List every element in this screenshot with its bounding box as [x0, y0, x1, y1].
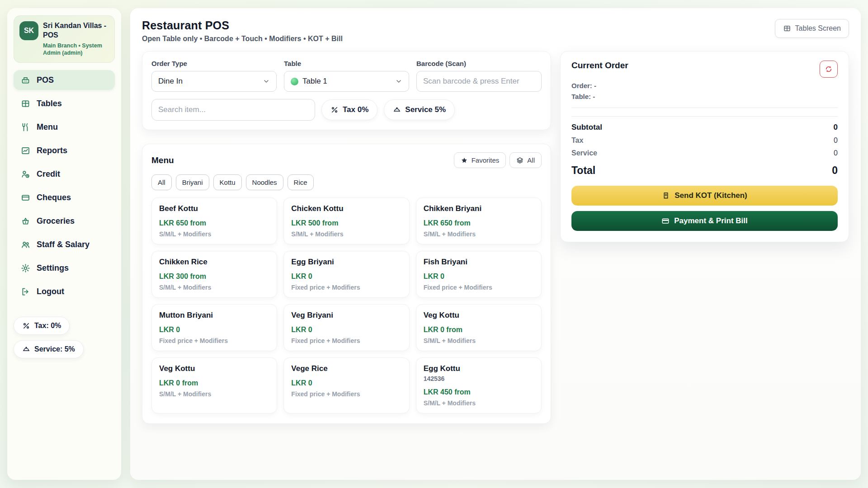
sidebar-item-label: Reports [37, 146, 67, 155]
table-field: Table Table 1 [284, 60, 409, 92]
sidebar-item-cheques[interactable]: Cheques [14, 188, 115, 207]
tax-value: 0 [834, 136, 838, 145]
subtotal-row: Subtotal 0 [571, 123, 838, 132]
item-pricing-mode: S/M/L + Modifiers [424, 230, 534, 238]
category-chip-noodles[interactable]: Noodles [246, 174, 283, 190]
sidebar-badges: Tax: 0%Service: 5% [14, 317, 115, 358]
order-title: Current Order [571, 61, 628, 70]
main-header: Restaurant POS Open Table only • Barcode… [142, 19, 849, 43]
title-block: Restaurant POS Open Table only • Barcode… [142, 19, 343, 43]
table-status-dot [291, 78, 298, 85]
sidebar-item-pos[interactable]: POS [14, 70, 115, 90]
tables-screen-label: Tables Screen [795, 24, 841, 33]
category-chip-all[interactable]: All [151, 174, 172, 190]
all-items-button[interactable]: All [509, 152, 542, 168]
tax-chip[interactable]: Tax 0% [321, 99, 377, 120]
item-price: LKR 300 from [159, 272, 269, 281]
item-price: LKR 0 [291, 272, 401, 281]
profile-card: SK Sri Kandan Villas - POS Main Branch •… [14, 15, 115, 63]
refresh-order-button[interactable] [820, 61, 838, 78]
menu-item-card[interactable]: Egg Kottu142536LKR 450 fromS/M/L + Modif… [416, 357, 542, 413]
sidebar-item-label: POS [37, 75, 54, 85]
item-pricing-mode: Fixed price + Modifiers [291, 390, 401, 398]
sidebar-item-menu[interactable]: Menu [14, 117, 115, 137]
favorites-button[interactable]: Favorites [454, 152, 506, 168]
sidebar-item-settings[interactable]: Settings [14, 258, 115, 278]
menu-item-card[interactable]: Beef KottuLKR 650 fromS/M/L + Modifiers [151, 197, 277, 244]
menu-item-card[interactable]: Mutton BriyaniLKR 0Fixed price + Modifie… [151, 304, 277, 351]
menu-item-card[interactable]: Vege RiceLKR 0Fixed price + Modifiers [283, 357, 409, 413]
refresh-icon [825, 65, 833, 73]
category-chip-rice[interactable]: Rice [288, 174, 314, 190]
item-name: Beef Kottu [159, 204, 269, 213]
content-row: Order Type Dine In Table Table 1 [142, 51, 849, 424]
sidebar: SK Sri Kandan Villas - POS Main Branch •… [7, 8, 121, 480]
item-price: LKR 450 from [424, 388, 534, 396]
main-panel: Restaurant POS Open Table only • Barcode… [130, 8, 861, 480]
chevron-down-icon [395, 78, 402, 85]
menu-header: Menu Favorites All [151, 152, 542, 168]
menu-item-card[interactable]: Veg BriyaniLKR 0Fixed price + Modifiers [283, 304, 409, 351]
total-row: Total 0 [571, 164, 838, 177]
item-barcode: 142536 [424, 375, 534, 382]
item-pricing-mode: S/M/L + Modifiers [424, 337, 534, 344]
menu-item-card[interactable]: Egg BriyaniLKR 0Fixed price + Modifiers [283, 251, 409, 298]
layers-icon [516, 157, 524, 164]
menu-item-card[interactable]: Veg KottuLKR 0 fromS/M/L + Modifiers [416, 304, 542, 351]
sidebar-item-groceries[interactable]: Groceries [14, 211, 115, 231]
send-kot-button[interactable]: Send KOT (Kitchen) [571, 186, 838, 206]
table-select[interactable]: Table 1 [284, 71, 409, 92]
utensils-icon [21, 122, 30, 132]
receipt-icon [662, 192, 670, 200]
sidebar-item-label: Groceries [37, 216, 75, 226]
sidebar-item-label: Menu [37, 122, 58, 132]
payment-print-bill-button[interactable]: Payment & Print Bill [571, 211, 838, 231]
sidebar-item-label: Staff & Salary [37, 240, 90, 249]
badge-label: Tax: 0% [34, 322, 61, 330]
payment-card-icon [661, 217, 670, 225]
menu-item-card[interactable]: Veg KottuLKR 0 fromS/M/L + Modifiers [151, 357, 277, 413]
sidebar-item-logout[interactable]: Logout [14, 282, 115, 301]
sidebar-item-label: Logout [37, 287, 64, 296]
order-type-select[interactable]: Dine In [151, 71, 277, 92]
item-pricing-mode: Fixed price + Modifiers [424, 284, 534, 291]
subtotal-value: 0 [834, 123, 838, 132]
barcode-input[interactable] [416, 71, 542, 92]
order-items-empty [571, 108, 838, 117]
percent-icon [22, 322, 30, 330]
sidebar-item-label: Cheques [37, 193, 71, 202]
sidebar-item-reports[interactable]: Reports [14, 141, 115, 160]
category-chip-briyani[interactable]: Briyani [176, 174, 209, 190]
sidebar-item-label: Tables [37, 99, 62, 108]
total-value: 0 [832, 164, 838, 177]
search-input[interactable] [151, 99, 315, 121]
all-label: All [527, 156, 535, 164]
category-chip-kottu[interactable]: Kottu [213, 174, 242, 190]
tax-0-badge[interactable]: Tax: 0% [14, 317, 70, 335]
sidebar-item-tables[interactable]: Tables [14, 94, 115, 113]
item-pricing-mode: Fixed price + Modifiers [291, 337, 401, 344]
order-column: Current Order Order: - Table: - Subtotal… [560, 51, 849, 242]
category-row: AllBriyaniKottuNoodlesRice [151, 174, 542, 190]
brand-block: Sri Kandan Villas - POS Main Branch • Sy… [43, 21, 109, 57]
menu-item-card[interactable]: Fish BriyaniLKR 0Fixed price + Modifiers [416, 251, 542, 298]
favorites-label: Favorites [472, 156, 500, 164]
sidebar-item-staff-salary[interactable]: Staff & Salary [14, 235, 115, 254]
order-number-line: Order: - [571, 82, 838, 89]
tax-label: Tax [571, 136, 583, 145]
menu-item-card[interactable]: Chikken BriyaniLKR 650 fromS/M/L + Modif… [416, 197, 542, 244]
service-chip[interactable]: Service 5% [384, 99, 455, 120]
avatar: SK [19, 21, 38, 40]
menu-item-card[interactable]: Chikken RiceLKR 300 fromS/M/L + Modifier… [151, 251, 277, 298]
service-5-badge[interactable]: Service: 5% [14, 340, 84, 358]
credit-card-icon [21, 193, 30, 202]
sidebar-item-label: Settings [37, 263, 69, 273]
order-header: Current Order [571, 61, 838, 78]
sidebar-item-credit[interactable]: Credit [14, 164, 115, 184]
item-price: LKR 0 [424, 272, 534, 281]
sidebar-nav: POSTablesMenuReportsCreditChequesGroceri… [14, 70, 115, 305]
tables-screen-button[interactable]: Tables Screen [775, 19, 849, 38]
page-title: Restaurant POS [142, 19, 343, 32]
menu-item-card[interactable]: Chicken KottuLKR 500 fromS/M/L + Modifie… [283, 197, 409, 244]
percent-icon [330, 106, 339, 114]
